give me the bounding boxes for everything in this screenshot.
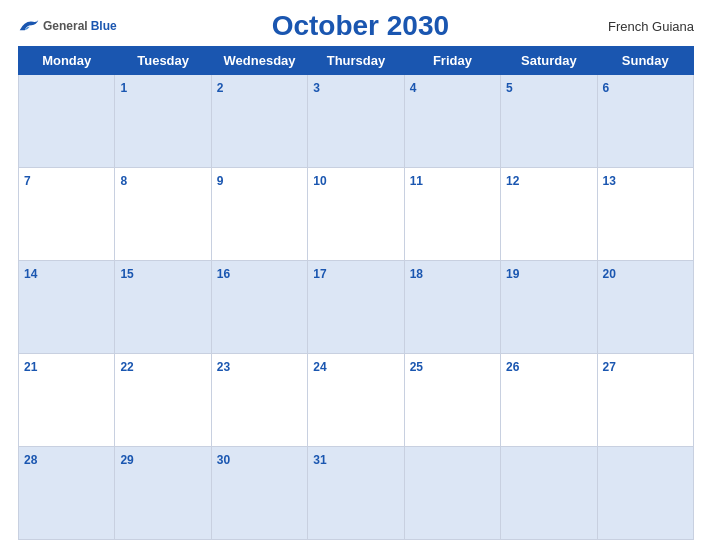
calendar-day-4: 4 [404,75,500,168]
day-number: 3 [313,81,320,95]
day-number: 7 [24,174,31,188]
weekday-header-thursday: Thursday [308,47,404,75]
calendar-week-row: 78910111213 [19,168,694,261]
calendar-day-2: 2 [211,75,307,168]
day-number: 2 [217,81,224,95]
day-number: 23 [217,360,230,374]
calendar-day-30: 30 [211,447,307,540]
calendar-week-row: 14151617181920 [19,261,694,354]
calendar-day-8: 8 [115,168,211,261]
day-number: 20 [603,267,616,281]
day-number: 13 [603,174,616,188]
calendar-day-5: 5 [501,75,597,168]
calendar-day-20: 20 [597,261,693,354]
calendar-day-29: 29 [115,447,211,540]
calendar-week-row: 123456 [19,75,694,168]
weekday-header-saturday: Saturday [501,47,597,75]
logo-general-text: General [43,19,88,33]
calendar-empty-cell [19,75,115,168]
calendar-day-21: 21 [19,354,115,447]
day-number: 17 [313,267,326,281]
day-number: 6 [603,81,610,95]
calendar-day-23: 23 [211,354,307,447]
day-number: 26 [506,360,519,374]
day-number: 11 [410,174,423,188]
day-number: 22 [120,360,133,374]
day-number: 28 [24,453,37,467]
day-number: 14 [24,267,37,281]
day-number: 25 [410,360,423,374]
calendar-day-16: 16 [211,261,307,354]
day-number: 29 [120,453,133,467]
calendar-day-14: 14 [19,261,115,354]
day-number: 12 [506,174,519,188]
calendar-day-12: 12 [501,168,597,261]
calendar-day-22: 22 [115,354,211,447]
weekday-header-sunday: Sunday [597,47,693,75]
calendar-day-31: 31 [308,447,404,540]
calendar-day-1: 1 [115,75,211,168]
calendar-table: MondayTuesdayWednesdayThursdayFridaySatu… [18,46,694,540]
day-number: 24 [313,360,326,374]
day-number: 31 [313,453,326,467]
day-number: 9 [217,174,224,188]
calendar-day-13: 13 [597,168,693,261]
day-number: 16 [217,267,230,281]
calendar-empty-cell [404,447,500,540]
calendar-day-7: 7 [19,168,115,261]
weekday-header-tuesday: Tuesday [115,47,211,75]
logo: General Blue [18,18,117,34]
calendar-header: General Blue October 2030 French Guiana [18,10,694,42]
calendar-title: October 2030 [272,10,449,42]
calendar-week-row: 28293031 [19,447,694,540]
calendar-day-10: 10 [308,168,404,261]
logo-blue-text: Blue [91,19,117,33]
day-number: 27 [603,360,616,374]
day-number: 18 [410,267,423,281]
calendar-day-3: 3 [308,75,404,168]
calendar-day-28: 28 [19,447,115,540]
day-number: 30 [217,453,230,467]
day-number: 8 [120,174,127,188]
calendar-day-24: 24 [308,354,404,447]
calendar-day-27: 27 [597,354,693,447]
region-label: French Guiana [604,19,694,34]
day-number: 15 [120,267,133,281]
day-number: 10 [313,174,326,188]
calendar-day-19: 19 [501,261,597,354]
calendar-day-15: 15 [115,261,211,354]
day-number: 21 [24,360,37,374]
calendar-day-18: 18 [404,261,500,354]
calendar-day-11: 11 [404,168,500,261]
calendar-empty-cell [597,447,693,540]
calendar-week-row: 21222324252627 [19,354,694,447]
day-number: 19 [506,267,519,281]
day-number: 1 [120,81,127,95]
logo-bird-icon [18,18,40,34]
weekday-header-row: MondayTuesdayWednesdayThursdayFridaySatu… [19,47,694,75]
calendar-day-26: 26 [501,354,597,447]
day-number: 4 [410,81,417,95]
calendar-day-25: 25 [404,354,500,447]
day-number: 5 [506,81,513,95]
calendar-empty-cell [501,447,597,540]
weekday-header-monday: Monday [19,47,115,75]
weekday-header-friday: Friday [404,47,500,75]
calendar-day-9: 9 [211,168,307,261]
calendar-day-17: 17 [308,261,404,354]
weekday-header-wednesday: Wednesday [211,47,307,75]
calendar-day-6: 6 [597,75,693,168]
